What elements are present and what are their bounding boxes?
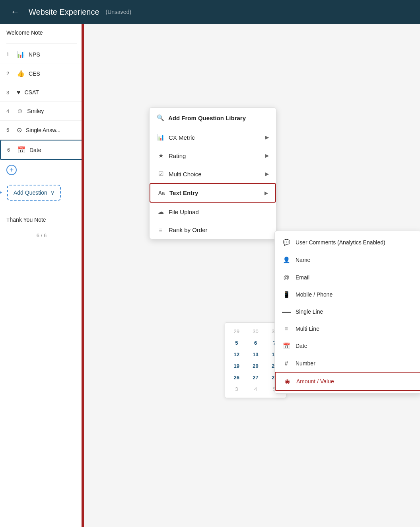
submenu-email[interactable]: @ Email bbox=[275, 269, 420, 286]
cal-cell-26[interactable]: 26 bbox=[228, 372, 246, 383]
sidebar-item-csat[interactable]: 3 ♥ CSAT bbox=[0, 83, 83, 102]
pagination: 6 / 6 bbox=[0, 229, 83, 242]
submenu-user-comments[interactable]: 💬 User Comments (Analytics Enabled) bbox=[275, 234, 420, 251]
submenu-number[interactable]: # Number bbox=[275, 355, 420, 372]
amount-value-icon: ◉ bbox=[283, 378, 292, 385]
text-entry-submenu: 💬 User Comments (Analytics Enabled) 👤 Na… bbox=[274, 231, 420, 394]
main-container: Welcome Note 1 📊 NPS 2 👍 CES 3 ♥ CSAT 4 … bbox=[0, 24, 420, 527]
chevron-right-icon-4: ▶ bbox=[264, 190, 268, 196]
multi-choice-icon: ☑ bbox=[157, 170, 165, 178]
submenu-date[interactable]: 📅 Date bbox=[275, 337, 420, 355]
add-question-button[interactable]: Add Question ∨ bbox=[7, 185, 61, 201]
cx-metric-icon: 📊 bbox=[157, 134, 165, 141]
sidebar-item-ces[interactable]: 2 👍 CES bbox=[0, 64, 83, 83]
dropdown-menu: 🔍 Add From Question Library 📊 CX Metric … bbox=[149, 107, 276, 239]
chevron-right-icon: ▶ bbox=[265, 135, 269, 140]
red-divider bbox=[82, 24, 84, 527]
chevron-right-icon-3: ▶ bbox=[265, 171, 269, 177]
cal-cell-5[interactable]: 5 bbox=[228, 338, 246, 348]
submenu-single-line[interactable]: ▬▬ Single Line bbox=[275, 303, 420, 320]
single-line-icon: ▬▬ bbox=[282, 309, 291, 314]
sidebar-item-date[interactable]: 6 📅 Date bbox=[0, 140, 83, 160]
page-status: (Unsaved) bbox=[106, 9, 132, 15]
csat-icon: ♥ bbox=[17, 89, 21, 96]
chevron-right-icon-2: ▶ bbox=[265, 153, 269, 158]
add-circle-area: + bbox=[0, 160, 83, 175]
file-upload-icon: ☁ bbox=[157, 208, 165, 215]
add-from-library-button[interactable]: 🔍 Add From Question Library bbox=[150, 108, 276, 128]
cal-cell-20[interactable]: 20 bbox=[247, 361, 265, 371]
header: ← Website Experience (Unsaved) bbox=[0, 0, 420, 24]
dropdown-text-entry[interactable]: Aa Text Entry ▶ bbox=[150, 183, 276, 203]
single-answer-icon: ⊙ bbox=[17, 126, 22, 134]
back-button[interactable]: ← bbox=[8, 5, 22, 19]
cal-cell-27[interactable]: 27 bbox=[247, 372, 265, 383]
submenu-multi-line[interactable]: ≡ Multi Line bbox=[275, 320, 420, 337]
date-icon: 📅 bbox=[18, 146, 25, 154]
ces-icon: 👍 bbox=[17, 70, 25, 77]
user-comments-icon: 💬 bbox=[282, 239, 291, 246]
add-question-wrapper: + Add Question ∨ bbox=[3, 178, 80, 207]
cal-footer-3: 3 bbox=[228, 384, 246, 394]
cal-footer-4: 4 bbox=[247, 384, 265, 394]
sidebar-divider-1 bbox=[6, 43, 77, 43]
cal-cell-13[interactable]: 13 bbox=[247, 349, 265, 360]
submenu-name[interactable]: 👤 Name bbox=[275, 251, 420, 269]
sidebar-item-single-answer[interactable]: 5 ⊙ Single Answ... bbox=[0, 121, 83, 140]
number-icon: # bbox=[282, 360, 291, 367]
search-icon: 🔍 bbox=[157, 114, 164, 121]
content-area: 🔍 Add From Question Library 📊 CX Metric … bbox=[84, 24, 420, 527]
dropdown-file-upload[interactable]: ☁ File Upload bbox=[150, 203, 276, 221]
sidebar-welcome-note[interactable]: Welcome Note bbox=[0, 24, 83, 41]
sidebar-item-nps[interactable]: 1 📊 NPS bbox=[0, 45, 83, 64]
plus-icon: + bbox=[0, 189, 2, 196]
mobile-icon: 📱 bbox=[282, 291, 291, 298]
cal-header-30: 30 bbox=[247, 326, 265, 337]
cal-cell-19[interactable]: 19 bbox=[228, 361, 246, 371]
submenu-amount-value[interactable]: ◉ Amount / Value bbox=[275, 372, 420, 391]
email-icon: @ bbox=[282, 274, 291, 281]
cal-cell-12[interactable]: 12 bbox=[228, 349, 246, 360]
sidebar-thank-you-note[interactable]: Thank You Note bbox=[0, 210, 83, 229]
name-icon: 👤 bbox=[282, 256, 291, 264]
rating-icon: ★ bbox=[157, 152, 165, 159]
submenu-mobile-phone[interactable]: 📱 Mobile / Phone bbox=[275, 286, 420, 303]
page-title: Website Experience bbox=[29, 8, 99, 17]
dropdown-cx-metric[interactable]: 📊 CX Metric ▶ bbox=[150, 128, 276, 146]
smiley-icon: ☺ bbox=[17, 107, 23, 115]
dropdown-rating[interactable]: ★ Rating ▶ bbox=[150, 146, 276, 165]
cal-cell-6[interactable]: 6 bbox=[247, 338, 265, 348]
dropdown-rank-by-order[interactable]: ≡ Rank by Order bbox=[150, 221, 276, 239]
multi-line-icon: ≡ bbox=[282, 325, 291, 332]
cal-header-29: 29 bbox=[228, 326, 246, 337]
nps-icon: 📊 bbox=[17, 51, 25, 58]
add-circle-button[interactable]: + bbox=[6, 165, 17, 175]
sidebar-item-smiley[interactable]: 4 ☺ Smiley bbox=[0, 102, 83, 121]
date-sm-icon: 📅 bbox=[282, 342, 291, 349]
rank-by-order-icon: ≡ bbox=[157, 226, 165, 233]
text-entry-icon: Aa bbox=[158, 190, 165, 196]
sidebar: Welcome Note 1 📊 NPS 2 👍 CES 3 ♥ CSAT 4 … bbox=[0, 24, 84, 527]
dropdown-multi-choice[interactable]: ☑ Multi Choice ▶ bbox=[150, 165, 276, 183]
